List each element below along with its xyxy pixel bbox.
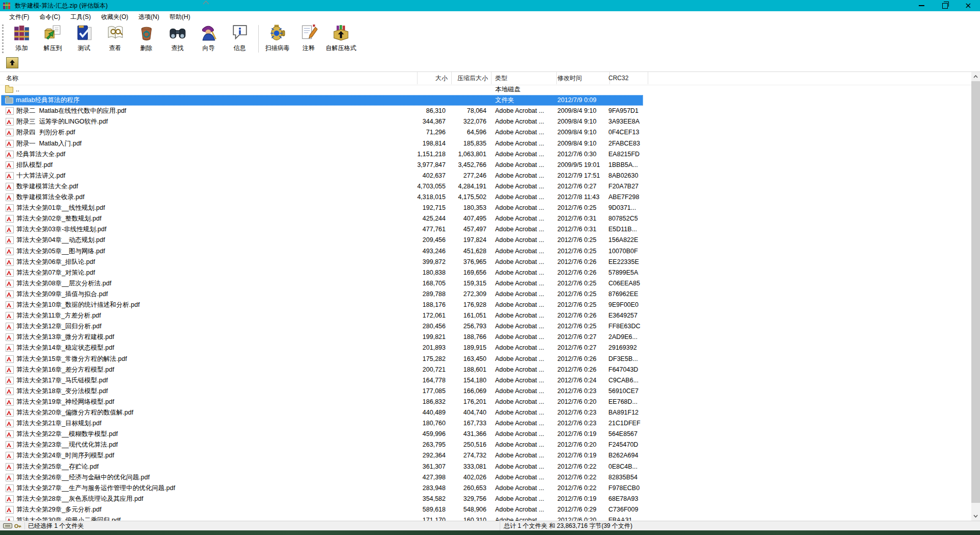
column-header-modified[interactable]: 修改时间 — [553, 72, 610, 84]
delete-button[interactable]: 删除 — [131, 22, 162, 53]
toolbar-label: 查看 — [109, 44, 121, 53]
file-row[interactable]: 算法大全第30章_偏最小二乘回归.pdf 171,170 160,310 Ado… — [1, 515, 643, 521]
file-row[interactable]: 算法大全第20章_偏微分方程的数值解.pdf 440,489 404,740 A… — [1, 407, 643, 418]
file-size: 361,307 — [412, 461, 446, 472]
file-row[interactable]: 算法大全第22章__模糊数学模型.pdf 459,996 431,366 Ado… — [1, 429, 643, 440]
file-row[interactable]: 十大算法讲义.pdf 402,637 277,246 Adobe Acrobat… — [1, 171, 643, 181]
file-row[interactable]: 算法大全第27章__生产与服务运作管理中的优化问题.pdf 283,948 26… — [1, 483, 643, 494]
scrollbar-thumb[interactable] — [971, 81, 980, 503]
toolbar-separator — [258, 25, 259, 53]
menu-help[interactable]: 帮助(H) — [164, 11, 195, 22]
file-row[interactable]: 附录四 判别分析.pdf 71,296 64,596 Adobe Acrobat… — [1, 127, 643, 138]
toolbar-label: 查找 — [172, 44, 184, 53]
file-row[interactable]: 算法大全第08章__层次分析法.pdf 168,705 159,315 Adob… — [1, 278, 643, 289]
file-row[interactable]: 排队模型.pdf 3,977,847 3,452,766 Adobe Acrob… — [1, 160, 643, 171]
file-row[interactable]: 算法大全第05章__图与网络.pdf 493,246 451,628 Adobe… — [1, 246, 643, 257]
file-row[interactable]: 算法大全第01章__线性规划.pdf 192,715 180,353 Adobe… — [1, 203, 643, 213]
scroll-down-button[interactable] — [971, 512, 980, 521]
find-button[interactable]: 查找 — [162, 22, 193, 53]
file-row[interactable]: 算法大全第14章_稳定状态模型.pdf 201,893 189,915 Adob… — [1, 343, 643, 353]
scroll-up-button[interactable] — [971, 72, 980, 81]
menu-favorites[interactable]: 收藏夹(O) — [96, 11, 133, 22]
file-row[interactable]: 算法大全第09章_插值与拟合.pdf 289,788 272,309 Adobe… — [1, 289, 643, 300]
file-row[interactable]: 算法大全第04章__动态规划.pdf 209,456 197,824 Adobe… — [1, 235, 643, 246]
file-crc32: DF3E5B... — [605, 354, 647, 364]
wizard-button[interactable]: 向导 — [193, 22, 224, 53]
file-row[interactable]: 算法大全第19章_神经网络模型.pdf 186,832 176,201 Adob… — [1, 397, 643, 407]
scan-virus-button[interactable]: 扫描病毒 — [262, 22, 293, 53]
file-packed-size: 274,732 — [452, 450, 486, 461]
pdf-file-icon — [6, 441, 14, 449]
column-header-crc32[interactable]: CRC32 — [605, 72, 648, 84]
file-name: 算法大全第19章_神经网络模型.pdf — [16, 397, 114, 407]
file-modified: 2012/7/6 0:26 — [553, 310, 608, 321]
menu-options[interactable]: 选项(N) — [133, 11, 164, 22]
scroll-down-icon — [973, 515, 978, 518]
vertical-scrollbar[interactable] — [971, 72, 980, 521]
file-size: 164,778 — [412, 375, 446, 386]
column-header-type[interactable]: 类型 — [492, 72, 557, 84]
file-row[interactable]: .. 本地磁盘 — [1, 84, 643, 95]
file-size: 1,151,218 — [412, 149, 446, 160]
file-row[interactable]: 算法大全第15章_常微分方程的解法.pdf 175,282 163,450 Ad… — [1, 354, 643, 364]
file-name: 算法大全第02章_整数规划.pdf — [16, 213, 102, 224]
file-row[interactable]: 附录三 运筹学的LINGO软件.pdf 344,367 322,076 Adob… — [1, 116, 643, 127]
column-header-size[interactable]: 大小 — [412, 72, 452, 84]
file-row[interactable]: 算法大全第25章__存贮论.pdf 361,307 333,081 Adobe … — [1, 461, 643, 472]
comment-button[interactable]: 注释 — [293, 22, 324, 53]
menu-commands[interactable]: 命令(C) — [34, 11, 65, 22]
file-row[interactable]: 算法大全第17章_马氏链模型.pdf 164,778 154,180 Adobe… — [1, 375, 643, 386]
file-row[interactable]: 算法大全第03章-非线性规划.pdf 477,761 457,497 Adobe… — [1, 224, 643, 235]
file-row[interactable]: 附录一 Matlab入门.pdf 198,814 185,835 Adobe A… — [1, 138, 643, 149]
menu-tools[interactable]: 工具(S) — [65, 11, 96, 22]
add-button[interactable]: 添加 — [6, 22, 37, 53]
file-row[interactable]: 数学建模算法全收录.pdf 4,318,015 4,175,502 Adobe … — [1, 192, 643, 203]
file-row[interactable]: 算法大全第06章_排队论.pdf 399,872 376,965 Adobe A… — [1, 257, 643, 268]
file-row[interactable]: 算法大全第16章_差分方程模型.pdf 200,721 188,601 Adob… — [1, 364, 643, 375]
file-type: Adobe Acrobat ... — [492, 450, 554, 461]
toolbar-gripper[interactable] — [2, 25, 4, 53]
extract-button[interactable]: 解压到 — [37, 22, 68, 53]
desktop-wallpaper-strip — [0, 530, 980, 535]
file-row[interactable]: 算法大全第28章__灰色系统理论及其应用.pdf 354,582 329,756… — [1, 494, 643, 504]
winrar-app-icon — [3, 2, 11, 9]
sfx-button[interactable]: 自解压格式 — [324, 22, 358, 53]
file-row[interactable]: 算法大全第10章_数据的统计描述和分析.pdf 188,176 176,928 … — [1, 300, 643, 310]
file-name: 算法大全第05章__图与网络.pdf — [16, 246, 105, 257]
file-row[interactable]: 算法大全第24章_时间序列模型.pdf 292,364 274,732 Adob… — [1, 450, 643, 461]
file-row[interactable]: 算法大全第29章_多元分析.pdf 589,618 548,906 Adobe … — [1, 504, 643, 515]
menu-file[interactable]: 文件(F) — [4, 11, 34, 22]
scan-virus-icon — [269, 24, 286, 43]
up-one-level-button[interactable] — [6, 57, 18, 68]
file-modified: 2012/7/6 0:22 — [553, 472, 608, 483]
column-header-packed[interactable]: 压缩后大小 — [452, 72, 492, 84]
file-row[interactable]: 算法大全第21章_目标规划.pdf 180,760 167,733 Adobe … — [1, 418, 643, 429]
file-row[interactable]: 附录二 Matlab在线性代数中的应用.pdf 86,310 78,064 Ad… — [1, 106, 643, 116]
file-row[interactable]: 算法大全第02章_整数规划.pdf 425,244 407,495 Adobe … — [1, 213, 643, 224]
file-row[interactable]: 算法大全第07章_对策论.pdf 180,838 169,656 Adobe A… — [1, 268, 643, 278]
file-row[interactable]: 算法大全第18章_变分法模型.pdf 177,085 166,069 Adobe… — [1, 386, 643, 397]
pdf-file-icon — [6, 215, 14, 223]
file-row[interactable]: matlab经典算法的程序 文件夹 2012/7/9 0:09 — [1, 95, 643, 106]
file-modified: 2012/7/6 0:26 — [553, 354, 608, 364]
info-button[interactable]: 信息 — [224, 22, 255, 53]
file-modified: 2012/7/6 0:19 — [553, 494, 608, 504]
pdf-file-icon — [6, 183, 14, 190]
restore-button[interactable] — [933, 0, 957, 11]
file-row[interactable]: 算法大全第13章_微分方程建模.pdf 199,821 188,766 Adob… — [1, 332, 643, 343]
file-modified: 2012/7/6 0:26 — [553, 268, 608, 278]
file-size: 292,364 — [412, 450, 446, 461]
close-button[interactable]: × — [957, 0, 980, 11]
file-row[interactable]: 数学建模算法大全.pdf 4,703,055 4,284,191 Adobe A… — [1, 181, 643, 192]
test-button[interactable]: 测试 — [68, 22, 100, 53]
file-row[interactable]: 经典算法大全.pdf 1,151,218 1,063,801 Adobe Acr… — [1, 149, 643, 160]
file-row[interactable]: 算法大全第23章__现代优化算法.pdf 263,795 250,516 Ado… — [1, 440, 643, 450]
file-row[interactable]: 算法大全第12章_回归分析.pdf 280,456 256,793 Adobe … — [1, 321, 643, 332]
test-archive-icon — [76, 24, 93, 43]
view-button[interactable]: 查看 — [100, 22, 131, 53]
file-size — [412, 84, 446, 95]
file-row[interactable]: 算法大全第11章_方差分析.pdf 172,061 161,051 Adobe … — [1, 310, 643, 321]
column-header-name[interactable]: 名称 — [1, 72, 418, 84]
minimize-button[interactable] — [910, 0, 933, 11]
file-row[interactable]: 算法大全第26章__经济与金融中的优化问题.pdf 427,398 402,02… — [1, 472, 643, 483]
